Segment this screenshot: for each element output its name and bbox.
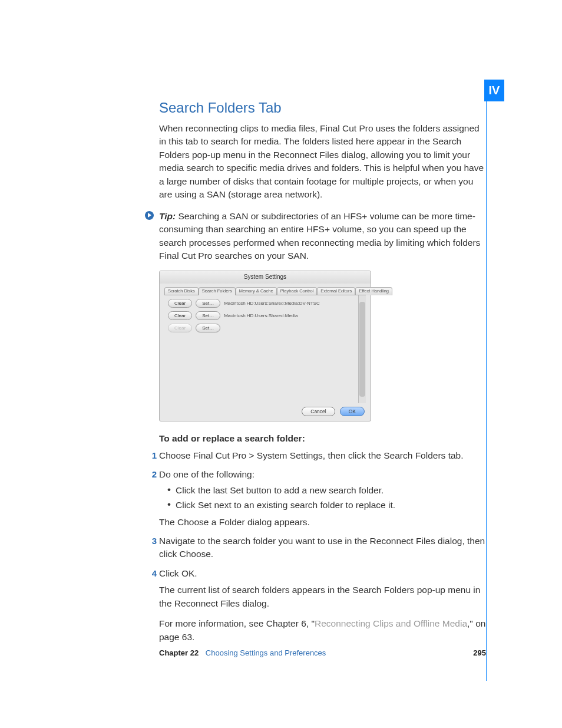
step-2: Do one of the following: Click the last …: [159, 468, 486, 535]
tip-label: Tip:: [159, 211, 176, 221]
tab-effect-handling[interactable]: Effect Handling: [355, 287, 392, 295]
folder-row: Clear Set… Macintosh HD:Users:Shared:Med…: [168, 311, 362, 320]
folder-path: Macintosh HD:Users:Shared:Media: [224, 312, 297, 319]
system-settings-window: System Settings Scratch Disks Search Fol…: [159, 271, 371, 421]
crossref-pre: For more information, see Chapter 6, ": [159, 618, 315, 628]
procedure-heading: To add or replace a search folder:: [159, 432, 486, 445]
step-text: Choose Final Cut Pro > System Settings, …: [159, 450, 463, 460]
folder-row: Clear Set…: [168, 324, 362, 332]
steps-list: Choose Final Cut Pro > System Settings, …: [159, 449, 486, 657]
scrollbar[interactable]: [358, 295, 366, 403]
step-text: Navigate to the search folder you want t…: [159, 536, 485, 559]
page-footer: Chapter 22 Choosing Settings and Prefere…: [159, 648, 486, 657]
step-1: Choose Final Cut Pro > System Settings, …: [159, 449, 486, 468]
tab-search-folders[interactable]: Search Folders: [199, 287, 236, 295]
window-pane: Clear Set… Macintosh HD:Users:Shared:Med…: [164, 295, 366, 403]
footer-left: Chapter 22 Choosing Settings and Prefere…: [159, 648, 326, 657]
right-edge-rule: [486, 80, 487, 681]
step-4: Click OK. The current list of search fol…: [159, 567, 486, 657]
set-button[interactable]: Set…: [196, 324, 220, 332]
content-column: Search Folders Tab When reconnecting cli…: [159, 98, 486, 657]
bullet-item: Click Set next to an existing search fol…: [167, 499, 486, 512]
tab-memory-cache[interactable]: Memory & Cache: [236, 287, 277, 295]
tip-body: Searching a SAN or subdirectories of an …: [159, 211, 480, 261]
step-result: The Choose a Folder dialog appears.: [159, 516, 486, 529]
tab-playback-control[interactable]: Playback Control: [277, 287, 318, 295]
step-text: Click OK.: [159, 568, 197, 578]
section-heading: Search Folders Tab: [159, 98, 486, 118]
bullet-item: Click the last Set button to add a new s…: [167, 484, 486, 497]
tip-text: Tip: Searching a SAN or subdirectories o…: [159, 210, 486, 263]
cancel-button[interactable]: Cancel: [302, 407, 335, 416]
step-text: Do one of the following:: [159, 469, 254, 479]
chapter-title: Choosing Settings and Preferences: [206, 648, 326, 657]
tip-icon: [145, 211, 154, 220]
folder-row: Clear Set… Macintosh HD:Users:Shared:Med…: [168, 299, 362, 308]
step-3: Navigate to the search folder you want t…: [159, 535, 486, 567]
window-footer: Cancel OK: [160, 403, 371, 421]
sub-bullets: Click the last Set button to add a new s…: [167, 484, 486, 512]
clear-button[interactable]: Clear: [168, 299, 192, 308]
set-button[interactable]: Set…: [196, 311, 220, 320]
page: IV Search Folders Tab When reconnecting …: [0, 0, 562, 728]
clear-button[interactable]: Clear: [168, 311, 192, 320]
crossref-link[interactable]: Reconnecting Clips and Offline Media: [315, 618, 467, 628]
set-button[interactable]: Set…: [196, 299, 220, 308]
page-number: 295: [473, 648, 486, 657]
chapter-number: Chapter 22: [159, 648, 199, 657]
folder-path: Macintosh HD:Users:Shared:Media:DV-NTSC: [224, 300, 320, 307]
ok-button[interactable]: OK: [340, 407, 365, 416]
tab-scratch-disks[interactable]: Scratch Disks: [164, 287, 199, 295]
tab-external-editors[interactable]: External Editors: [317, 287, 355, 295]
clear-button: Clear: [168, 324, 192, 332]
crossref-paragraph: For more information, see Chapter 6, "Re…: [159, 617, 486, 644]
part-marker: IV: [484, 80, 504, 101]
window-title: System Settings: [160, 271, 371, 284]
tip-block: Tip: Searching a SAN or subdirectories o…: [145, 210, 486, 263]
result-paragraph: The current list of search folders appea…: [159, 584, 486, 610]
intro-paragraph: When reconnecting clips to media files, …: [159, 122, 486, 202]
window-tabs: Scratch Disks Search Folders Memory & Ca…: [160, 284, 371, 295]
